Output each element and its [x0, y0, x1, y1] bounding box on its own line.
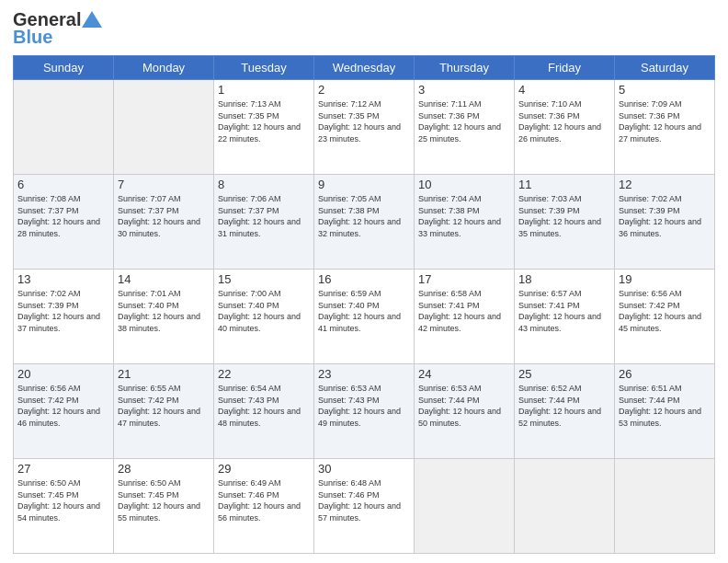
calendar-cell: 4Sunrise: 7:10 AM Sunset: 7:36 PM Daylig…	[515, 80, 615, 175]
calendar-cell: 25Sunrise: 6:52 AM Sunset: 7:44 PM Dayli…	[515, 364, 615, 459]
day-info: Sunrise: 6:54 AM Sunset: 7:43 PM Dayligh…	[218, 383, 310, 429]
day-number: 17	[418, 272, 510, 286]
weekday-header-wednesday: Wednesday	[314, 56, 415, 80]
day-info: Sunrise: 7:12 AM Sunset: 7:35 PM Dayligh…	[318, 98, 410, 144]
day-number: 11	[518, 178, 610, 191]
calendar-cell: 21Sunrise: 6:55 AM Sunset: 7:42 PM Dayli…	[114, 364, 214, 459]
calendar-cell	[515, 459, 615, 554]
day-info: Sunrise: 7:06 AM Sunset: 7:37 PM Dayligh…	[218, 193, 310, 239]
week-row-1: 1Sunrise: 7:13 AM Sunset: 7:35 PM Daylig…	[14, 80, 715, 175]
logo: General Blue	[13, 9, 102, 48]
calendar-cell: 8Sunrise: 7:06 AM Sunset: 7:37 PM Daylig…	[214, 175, 314, 270]
calendar-cell: 23Sunrise: 6:53 AM Sunset: 7:43 PM Dayli…	[314, 364, 415, 459]
weekday-header-saturday: Saturday	[615, 56, 715, 80]
day-info: Sunrise: 7:01 AM Sunset: 7:40 PM Dayligh…	[118, 288, 210, 334]
svg-marker-0	[82, 11, 102, 28]
day-info: Sunrise: 7:09 AM Sunset: 7:36 PM Dayligh…	[619, 98, 711, 144]
calendar-cell: 28Sunrise: 6:50 AM Sunset: 7:45 PM Dayli…	[114, 459, 214, 554]
day-info: Sunrise: 6:51 AM Sunset: 7:44 PM Dayligh…	[619, 383, 711, 429]
day-number: 19	[619, 272, 711, 286]
day-number: 23	[318, 367, 410, 381]
day-info: Sunrise: 7:02 AM Sunset: 7:39 PM Dayligh…	[17, 288, 109, 334]
day-info: Sunrise: 7:03 AM Sunset: 7:39 PM Dayligh…	[518, 193, 610, 239]
day-info: Sunrise: 6:50 AM Sunset: 7:45 PM Dayligh…	[118, 477, 210, 523]
calendar-cell: 11Sunrise: 7:03 AM Sunset: 7:39 PM Dayli…	[515, 175, 615, 270]
day-number: 29	[218, 462, 310, 476]
calendar-cell: 10Sunrise: 7:04 AM Sunset: 7:38 PM Dayli…	[415, 175, 515, 270]
calendar-cell: 18Sunrise: 6:57 AM Sunset: 7:41 PM Dayli…	[515, 270, 615, 364]
day-info: Sunrise: 6:49 AM Sunset: 7:46 PM Dayligh…	[218, 477, 310, 523]
calendar-cell: 15Sunrise: 7:00 AM Sunset: 7:40 PM Dayli…	[214, 270, 314, 364]
day-number: 22	[218, 367, 310, 381]
day-number: 6	[17, 178, 109, 191]
day-info: Sunrise: 6:56 AM Sunset: 7:42 PM Dayligh…	[17, 383, 109, 429]
day-info: Sunrise: 7:10 AM Sunset: 7:36 PM Dayligh…	[518, 98, 610, 144]
day-number: 9	[318, 178, 410, 191]
day-info: Sunrise: 7:00 AM Sunset: 7:40 PM Dayligh…	[218, 288, 310, 334]
week-row-3: 13Sunrise: 7:02 AM Sunset: 7:39 PM Dayli…	[14, 270, 715, 364]
day-number: 18	[518, 272, 610, 286]
calendar-cell: 1Sunrise: 7:13 AM Sunset: 7:35 PM Daylig…	[214, 80, 314, 175]
day-info: Sunrise: 6:48 AM Sunset: 7:46 PM Dayligh…	[318, 477, 410, 523]
day-number: 12	[619, 178, 711, 191]
day-number: 20	[17, 367, 109, 381]
day-info: Sunrise: 6:52 AM Sunset: 7:44 PM Dayligh…	[518, 383, 610, 429]
day-number: 4	[518, 83, 610, 97]
day-number: 3	[418, 83, 510, 97]
day-info: Sunrise: 6:50 AM Sunset: 7:45 PM Dayligh…	[17, 477, 109, 523]
calendar-cell: 17Sunrise: 6:58 AM Sunset: 7:41 PM Dayli…	[415, 270, 515, 364]
day-info: Sunrise: 6:59 AM Sunset: 7:40 PM Dayligh…	[318, 288, 410, 334]
logo-icon	[82, 11, 102, 28]
day-info: Sunrise: 6:57 AM Sunset: 7:41 PM Dayligh…	[518, 288, 610, 334]
day-number: 13	[17, 272, 109, 286]
calendar-cell: 7Sunrise: 7:07 AM Sunset: 7:37 PM Daylig…	[114, 175, 214, 270]
day-number: 2	[318, 83, 410, 97]
calendar-cell: 13Sunrise: 7:02 AM Sunset: 7:39 PM Dayli…	[14, 270, 114, 364]
day-info: Sunrise: 7:11 AM Sunset: 7:36 PM Dayligh…	[418, 98, 510, 144]
day-number: 27	[17, 462, 109, 476]
day-info: Sunrise: 6:58 AM Sunset: 7:41 PM Dayligh…	[418, 288, 510, 334]
week-row-5: 27Sunrise: 6:50 AM Sunset: 7:45 PM Dayli…	[14, 459, 715, 554]
day-info: Sunrise: 7:05 AM Sunset: 7:38 PM Dayligh…	[318, 193, 410, 239]
weekday-header-monday: Monday	[114, 56, 214, 80]
calendar-cell: 6Sunrise: 7:08 AM Sunset: 7:37 PM Daylig…	[14, 175, 114, 270]
calendar-cell	[14, 80, 114, 175]
day-number: 14	[118, 272, 210, 286]
calendar-cell: 30Sunrise: 6:48 AM Sunset: 7:46 PM Dayli…	[314, 459, 415, 554]
calendar-cell	[615, 459, 715, 554]
weekday-header-thursday: Thursday	[415, 56, 515, 80]
calendar-cell: 22Sunrise: 6:54 AM Sunset: 7:43 PM Dayli…	[214, 364, 314, 459]
header: General Blue	[13, 9, 715, 48]
calendar-cell: 16Sunrise: 6:59 AM Sunset: 7:40 PM Dayli…	[314, 270, 415, 364]
calendar-cell: 19Sunrise: 6:56 AM Sunset: 7:42 PM Dayli…	[615, 270, 715, 364]
day-info: Sunrise: 7:04 AM Sunset: 7:38 PM Dayligh…	[418, 193, 510, 239]
day-number: 10	[418, 178, 510, 191]
day-number: 26	[619, 367, 711, 381]
day-number: 7	[118, 178, 210, 191]
calendar-cell: 26Sunrise: 6:51 AM Sunset: 7:44 PM Dayli…	[615, 364, 715, 459]
day-number: 16	[318, 272, 410, 286]
day-number: 25	[518, 367, 610, 381]
calendar-table: SundayMondayTuesdayWednesdayThursdayFrid…	[13, 55, 715, 554]
weekday-header-friday: Friday	[515, 56, 615, 80]
calendar-cell: 9Sunrise: 7:05 AM Sunset: 7:38 PM Daylig…	[314, 175, 415, 270]
day-number: 15	[218, 272, 310, 286]
weekday-header-sunday: Sunday	[14, 56, 114, 80]
calendar-cell: 3Sunrise: 7:11 AM Sunset: 7:36 PM Daylig…	[415, 80, 515, 175]
day-number: 1	[218, 83, 310, 97]
calendar-cell: 2Sunrise: 7:12 AM Sunset: 7:35 PM Daylig…	[314, 80, 415, 175]
day-info: Sunrise: 6:53 AM Sunset: 7:43 PM Dayligh…	[318, 383, 410, 429]
calendar-cell: 20Sunrise: 6:56 AM Sunset: 7:42 PM Dayli…	[14, 364, 114, 459]
day-number: 30	[318, 462, 410, 476]
week-row-2: 6Sunrise: 7:08 AM Sunset: 7:37 PM Daylig…	[14, 175, 715, 270]
day-info: Sunrise: 7:02 AM Sunset: 7:39 PM Dayligh…	[619, 193, 711, 239]
day-number: 5	[619, 83, 711, 97]
calendar-cell: 5Sunrise: 7:09 AM Sunset: 7:36 PM Daylig…	[615, 80, 715, 175]
weekday-header-tuesday: Tuesday	[214, 56, 314, 80]
day-number: 8	[218, 178, 310, 191]
day-number: 21	[118, 367, 210, 381]
calendar-cell	[415, 459, 515, 554]
calendar-cell	[114, 80, 214, 175]
weekday-header-row: SundayMondayTuesdayWednesdayThursdayFrid…	[14, 56, 715, 80]
day-number: 24	[418, 367, 510, 381]
